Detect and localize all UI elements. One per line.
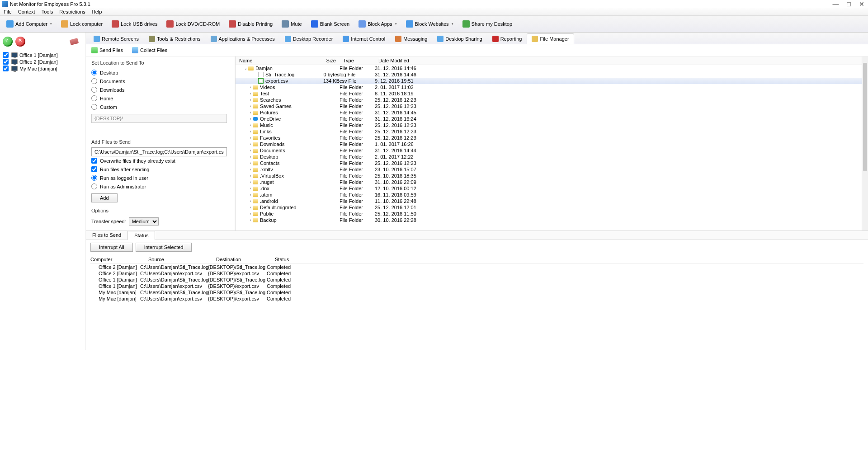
- tab-status[interactable]: Status: [127, 231, 155, 240]
- file-row[interactable]: ›VideosFile Folder2. 01. 2017 11:02: [236, 84, 868, 90]
- toolbar-block-apps[interactable]: Block Apps: [354, 19, 401, 29]
- add-button[interactable]: Add: [91, 193, 118, 202]
- file-row[interactable]: ›DownloadsFile Folder1. 01. 2017 16:26: [236, 141, 868, 147]
- tab-messaging[interactable]: Messaging: [390, 33, 432, 44]
- file-row[interactable]: ›.androidFile Folder11. 10. 2016 22:48: [236, 198, 868, 204]
- location-radio-downloads[interactable]: [91, 87, 97, 93]
- stat-col-computer[interactable]: Computer: [90, 257, 148, 262]
- expander-icon[interactable]: ›: [248, 85, 253, 89]
- run-logged-radio[interactable]: [91, 175, 97, 181]
- expander-icon[interactable]: ›: [248, 180, 253, 184]
- file-row[interactable]: ›Default.migratedFile Folder25. 12. 2016…: [236, 204, 868, 211]
- computer-checkbox[interactable]: [3, 66, 9, 71]
- tab-remote-screens[interactable]: Remote Screens: [89, 33, 144, 44]
- minimize-button[interactable]: —: [833, 0, 839, 8]
- expander-icon[interactable]: ›: [248, 167, 253, 172]
- stat-col-destination[interactable]: Destination: [216, 257, 275, 262]
- file-row[interactable]: ›.xmltvFile Folder23. 10. 2016 15:07: [236, 166, 868, 173]
- toolbar-disable-printing[interactable]: Disable Printing: [224, 19, 277, 29]
- expander-icon[interactable]: ›: [248, 199, 253, 203]
- status-row[interactable]: My Mac [damjan]C:\Users\Damjan\export.cs…: [90, 296, 863, 302]
- file-row[interactable]: export.csv134 KBcsv File9. 12. 2016 19:5…: [236, 78, 868, 84]
- stat-col-status[interactable]: Status: [275, 257, 311, 262]
- col-date[interactable]: Date Modified: [375, 56, 438, 65]
- toolbar-lock-usb-drives[interactable]: Lock USB drives: [107, 19, 162, 29]
- expander-icon[interactable]: ›: [248, 110, 253, 115]
- send-files-button[interactable]: Send Files: [91, 47, 123, 53]
- computer-item[interactable]: Office 2 [Damjan]: [3, 58, 83, 65]
- confirm-icon[interactable]: [3, 37, 13, 47]
- col-name[interactable]: Name: [236, 56, 308, 65]
- close-button[interactable]: ✕: [859, 0, 864, 8]
- file-row[interactable]: Sti_Trace.log0 byteslog File31. 12. 2016…: [236, 71, 868, 78]
- file-row[interactable]: ⌄DamjanFile Folder31. 12. 2016 14:46: [236, 65, 868, 71]
- file-row[interactable]: ›FavoritesFile Folder25. 12. 2016 12:23: [236, 135, 868, 141]
- menu-file[interactable]: File: [4, 9, 12, 14]
- computer-checkbox[interactable]: [3, 59, 9, 65]
- menu-help[interactable]: Help: [92, 9, 102, 14]
- run-after-checkbox[interactable]: [91, 166, 97, 172]
- speed-select[interactable]: Medium: [129, 217, 159, 226]
- status-row[interactable]: Office 2 [Damjan]C:\Users\Damjan\Sti_Tra…: [90, 264, 863, 270]
- toolbar-lock-dvd-cd-rom[interactable]: Lock DVD/CD-ROM: [162, 19, 224, 29]
- expander-icon[interactable]: ⌄: [244, 66, 248, 70]
- expander-icon[interactable]: ›: [248, 205, 253, 210]
- expander-icon[interactable]: ›: [248, 212, 253, 216]
- expander-icon[interactable]: ›: [248, 155, 253, 159]
- menu-restrictions[interactable]: Restrictions: [59, 9, 85, 14]
- file-row[interactable]: ›ContactsFile Folder25. 12. 2016 12:23: [236, 160, 868, 166]
- status-row[interactable]: Office 1 [Damjan]C:\Users\Damjan\export.…: [90, 283, 863, 289]
- file-row[interactable]: ›MusicFile Folder25. 12. 2016 12:23: [236, 122, 868, 128]
- expander-icon[interactable]: ›: [248, 218, 253, 222]
- expander-icon[interactable]: ›: [248, 142, 253, 146]
- scroll-thumb[interactable]: [863, 63, 867, 171]
- interrupt-selected-button[interactable]: Interrupt Selected: [136, 243, 192, 252]
- expander-icon[interactable]: ›: [248, 174, 253, 178]
- stat-col-source[interactable]: Source: [148, 257, 216, 262]
- interrupt-all-button[interactable]: Interrupt All: [90, 243, 133, 252]
- collect-files-button[interactable]: Collect Files: [132, 47, 167, 53]
- expander-icon[interactable]: ›: [248, 193, 253, 197]
- file-row[interactable]: ›.dnxFile Folder12. 10. 2016 00:12: [236, 185, 868, 192]
- location-radio-desktop[interactable]: [91, 70, 97, 75]
- computer-item[interactable]: Office 1 [Damjan]: [3, 52, 83, 58]
- file-row[interactable]: ›.nugetFile Folder31. 10. 2016 22:09: [236, 179, 868, 185]
- toolbar-block-websites[interactable]: Block Websites: [401, 19, 458, 29]
- tab-applications-processes[interactable]: Applications & Processes: [206, 33, 280, 44]
- location-radio-documents[interactable]: [91, 78, 97, 84]
- toolbar-lock-computer[interactable]: Lock computer: [57, 19, 107, 29]
- file-row[interactable]: ›LinksFile Folder25. 12. 2016 12:23: [236, 128, 868, 135]
- maximize-button[interactable]: □: [847, 0, 851, 8]
- file-row[interactable]: ›TestFile Folder8. 11. 2016 18:19: [236, 90, 868, 97]
- status-row[interactable]: Office 2 [Damjan]C:\Users\Damjan\export.…: [90, 270, 863, 277]
- overwrite-checkbox[interactable]: [91, 158, 97, 164]
- toolbar-share-my-desktop[interactable]: Share my Desktop: [458, 19, 517, 29]
- file-row[interactable]: ›PublicFile Folder25. 12. 2016 11:50: [236, 211, 868, 217]
- run-admin-radio[interactable]: [91, 183, 97, 189]
- col-type[interactable]: Type: [340, 56, 375, 65]
- status-row[interactable]: Office 1 [Damjan]C:\Users\Damjan\Sti_Tra…: [90, 277, 863, 283]
- file-row[interactable]: ›DocumentsFile Folder31. 12. 2016 14:44: [236, 147, 868, 154]
- status-row[interactable]: My Mac [damjan]C:\Users\Damjan\Sti_Trace…: [90, 289, 863, 296]
- expander-icon[interactable]: ›: [248, 129, 253, 134]
- expander-icon[interactable]: ›: [248, 123, 253, 127]
- scrollbar[interactable]: [862, 56, 868, 230]
- computer-checkbox[interactable]: [3, 52, 9, 58]
- tab-internet-control[interactable]: Internet Control: [338, 33, 390, 44]
- expander-icon[interactable]: ›: [248, 148, 253, 153]
- tab-file-manager[interactable]: File Manager: [527, 33, 574, 44]
- clear-icon[interactable]: [70, 38, 79, 45]
- expander-icon[interactable]: ›: [248, 136, 253, 140]
- file-row[interactable]: ›OneDriveFile Folder31. 12. 2016 16:24: [236, 116, 868, 122]
- toolbar-mute[interactable]: Mute: [277, 19, 306, 29]
- expander-icon[interactable]: ›: [248, 117, 253, 121]
- files-input[interactable]: [91, 147, 227, 156]
- col-size[interactable]: Size: [308, 56, 340, 65]
- toolbar-blank-screen[interactable]: Blank Screen: [307, 19, 354, 29]
- toolbar-add-computer[interactable]: Add Computer: [2, 19, 57, 29]
- location-radio-home[interactable]: [91, 95, 97, 101]
- tab-tools-restrictions[interactable]: Tools & Restrictions: [144, 33, 206, 44]
- file-row[interactable]: ›.atomFile Folder16. 11. 2016 09:59: [236, 192, 868, 198]
- file-row[interactable]: ›PicturesFile Folder31. 12. 2016 14:45: [236, 109, 868, 116]
- expander-icon[interactable]: ›: [248, 161, 253, 165]
